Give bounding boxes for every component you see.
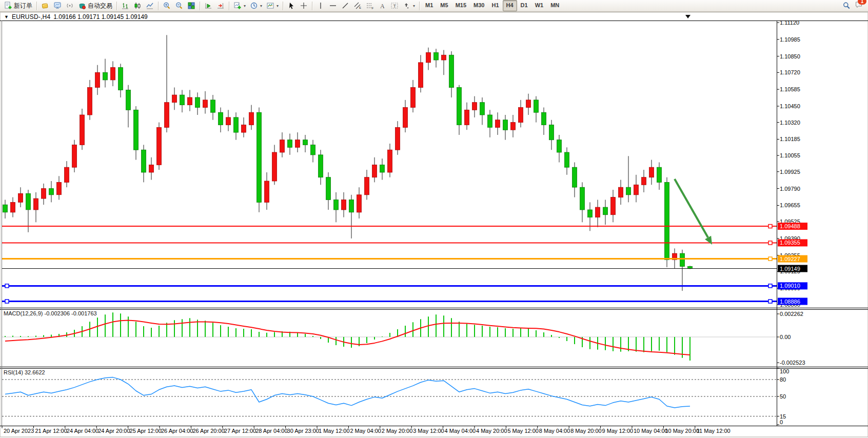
- candlestick: [242, 125, 246, 133]
- svg-text:1.10185: 1.10185: [780, 136, 800, 142]
- data-window-button[interactable]: [51, 0, 64, 12]
- svg-text:1.10985: 1.10985: [780, 36, 800, 43]
- chat-button[interactable]: 1: [855, 1, 863, 11]
- candlestick: [249, 112, 254, 125]
- time-axis-label: 2 May 04:00: [350, 428, 381, 434]
- candlestick: [72, 145, 77, 167]
- candlestick: [80, 115, 85, 145]
- candlestick: [688, 266, 693, 268]
- candlestick: [195, 97, 200, 108]
- candlestick: [103, 72, 108, 80]
- candlestick: [319, 155, 323, 177]
- bar-chart-button[interactable]: [119, 0, 131, 12]
- timeframe-button-d1[interactable]: D1: [517, 0, 531, 11]
- svg-text:-0.002523: -0.002523: [780, 360, 805, 366]
- time-axis-label: 21 Apr 12:00: [35, 428, 67, 434]
- candlestick-chart-button[interactable]: [131, 0, 144, 12]
- templates-button[interactable]: ▾: [264, 0, 281, 12]
- auto-scroll-icon: [204, 2, 212, 10]
- vertical-line-button[interactable]: [314, 0, 327, 12]
- timeframe-button-w1[interactable]: W1: [531, 0, 547, 11]
- timeframe-button-h4[interactable]: H4: [503, 0, 517, 11]
- candlestick: [472, 103, 477, 110]
- timeframe-button-m15[interactable]: M15: [452, 0, 470, 11]
- svg-text:1.09010: 1.09010: [780, 283, 800, 289]
- chevron-down-icon: ▾: [260, 4, 262, 8]
- auto-trading-button-label: 自动交易: [88, 2, 112, 10]
- svg-text:15: 15: [780, 413, 786, 420]
- candlestick: [3, 205, 8, 212]
- tile-windows-button[interactable]: [185, 0, 198, 12]
- orange-support-line-anchor[interactable]: [768, 257, 772, 261]
- candlestick: [642, 177, 646, 185]
- candlestick: [57, 182, 62, 194]
- time-axis-label: 30 Apr 23:00: [287, 428, 319, 434]
- gold-cube-icon: [41, 2, 49, 10]
- rsi-indicator-label: RSI(14) 32.6622: [4, 369, 45, 375]
- crosshair-icon: [300, 2, 308, 10]
- svg-text:1.11120: 1.11120: [780, 19, 799, 26]
- market-watch-button[interactable]: [39, 0, 51, 12]
- periods-button[interactable]: ▾: [248, 0, 264, 12]
- candlestick: [18, 193, 23, 202]
- zoom-out-button[interactable]: [173, 0, 185, 12]
- blue-support-line-lower-anchor-left[interactable]: [5, 300, 9, 303]
- tile-windows-icon: [187, 2, 195, 10]
- macd-pane[interactable]: [2, 309, 777, 367]
- candlestick: [680, 253, 685, 266]
- crosshair-button[interactable]: [298, 0, 310, 12]
- svg-text:1.09488: 1.09488: [780, 223, 800, 229]
- cursor-button[interactable]: [285, 0, 298, 12]
- candlestick: [65, 167, 69, 182]
- text-label-button[interactable]: T: [388, 0, 401, 12]
- svg-text:1.09925: 1.09925: [780, 169, 800, 175]
- blue-support-line-lower-anchor[interactable]: [768, 300, 772, 303]
- chart-shift-button[interactable]: [214, 0, 227, 12]
- candlestick: [549, 125, 554, 140]
- svg-text:80: 80: [780, 376, 786, 383]
- timeframe-button-mn[interactable]: MN: [547, 0, 563, 11]
- timeframe-button-m30[interactable]: M30: [470, 0, 488, 11]
- zoom-in-button[interactable]: [161, 0, 173, 12]
- candlestick: [488, 115, 492, 127]
- horizontal-line-button[interactable]: [327, 0, 339, 12]
- candlestick: [326, 177, 331, 200]
- chart-title-bar: ▼ EURUSD-,H4 1.09166 1.09171 1.09145 1.0…: [4, 13, 148, 21]
- trendline-button[interactable]: [339, 0, 351, 12]
- timeframe-button-m1[interactable]: M1: [422, 0, 437, 11]
- candlestick: [280, 140, 285, 152]
- resistance-line-upper-anchor[interactable]: [768, 225, 772, 228]
- candlestick: [180, 95, 185, 105]
- line-chart-button[interactable]: [144, 0, 156, 12]
- equidistant-channel-button[interactable]: E: [351, 0, 364, 12]
- candlestick: [619, 187, 623, 197]
- time-axis-label: 8 May 20:00: [570, 428, 602, 434]
- text-button[interactable]: A: [376, 0, 388, 12]
- indicators-button[interactable]: ▾: [231, 0, 248, 12]
- candlestick: [234, 117, 239, 132]
- timeframe-button-h1[interactable]: H1: [488, 0, 502, 11]
- chart-menu-icon[interactable]: ▼: [4, 14, 9, 19]
- arrows-button[interactable]: ▾: [401, 0, 417, 12]
- signals-button[interactable]: [64, 0, 76, 12]
- auto-trading-button[interactable]: 自动交易: [76, 0, 114, 12]
- candlestick: [188, 97, 192, 105]
- timeframe-button-m5[interactable]: M5: [437, 0, 451, 11]
- candlestick: [465, 110, 469, 125]
- rsi-pane[interactable]: [2, 368, 777, 426]
- blue-support-line-upper-anchor[interactable]: [768, 284, 772, 288]
- chart-canvas[interactable]: 1.111201.109851.108501.107201.105851.104…: [0, 0, 868, 438]
- toolbar-separator: [200, 2, 200, 10]
- candlestick: [449, 55, 454, 87]
- fibonacci-button[interactable]: F: [364, 0, 376, 12]
- time-axis-label: 28 Apr 04:00: [255, 428, 287, 434]
- auto-scroll-button[interactable]: [202, 0, 214, 12]
- svg-text:1.08886: 1.08886: [780, 298, 800, 305]
- candlestick: [519, 108, 523, 123]
- search-icon[interactable]: [842, 2, 851, 10]
- resistance-line-lower-anchor[interactable]: [768, 241, 772, 245]
- new-order-button[interactable]: 新订单: [2, 0, 34, 12]
- time-axis-label: 10 May 20:00: [665, 428, 699, 434]
- chart-shift-icon: [216, 2, 225, 10]
- blue-support-line-upper-anchor-left[interactable]: [5, 284, 9, 288]
